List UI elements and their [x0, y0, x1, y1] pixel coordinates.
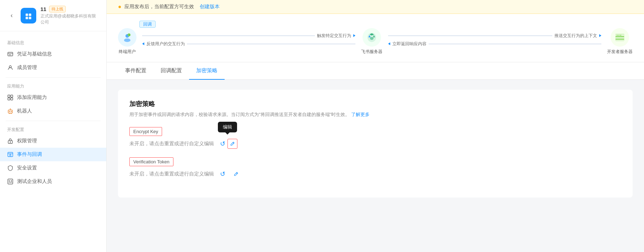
app-number: 11	[41, 6, 47, 12]
svg-point-33	[370, 37, 374, 40]
dev-server-icon	[611, 28, 629, 47]
svg-point-28	[11, 180, 12, 182]
credentials-icon	[7, 51, 14, 57]
arrow-label-4: 立即返回响应内容	[392, 41, 426, 47]
sidebar-item-add-capability-label: 添加应用能力	[17, 94, 47, 101]
svg-point-27	[9, 180, 10, 182]
sidebar-item-test-orgs-label: 测试企业和人员	[17, 178, 52, 185]
events-callback-icon	[7, 151, 14, 158]
sidebar-item-credentials-label: 凭证与基础信息	[17, 51, 52, 57]
sidebar-item-permissions[interactable]: 权限管理	[0, 134, 106, 148]
verification-token-block: Verification Token 未开启，请点击重置或进行自定义编辑 ↺	[129, 157, 621, 179]
encrypt-key-value-row: 未开启，请点击重置或进行自定义编辑 编辑 ↺	[129, 139, 621, 149]
tabs-area: 事件配置 回调配置 加密策略	[107, 62, 644, 80]
robot-icon	[7, 108, 14, 114]
section-desc: 用于加密事件或回调的请求内容，校验请求来源。当订阅方式为"将回调推送至开发者自建…	[129, 111, 621, 119]
nav-section-basics: 基础信息	[0, 37, 106, 47]
app-desc: 正式应用@成都晓多科技有限公司	[41, 13, 99, 25]
svg-rect-13	[8, 110, 12, 113]
content-area: 加密策略 用于加密事件或回调的请求内容，校验请求来源。当订阅方式为"将回调推送至…	[107, 80, 644, 252]
encrypt-key-reset-btn[interactable]: ↺	[218, 139, 227, 149]
svg-rect-4	[29, 17, 31, 19]
main-content: ● 应用发布后，当前配置方可生效 创建版本 回调 ♪	[107, 0, 644, 252]
arrow-label-1: 触发特定交互行为	[317, 33, 351, 39]
section-title: 加密策略	[129, 100, 621, 108]
arrow-label-3: 推送交互行为的上下文	[554, 33, 597, 39]
svg-rect-3	[26, 17, 28, 19]
sidebar-item-security-label: 安全设置	[17, 165, 37, 171]
svg-rect-26	[8, 179, 13, 184]
app-icon	[21, 8, 36, 23]
notification-link[interactable]: 创建版本	[200, 4, 220, 10]
dev-server-label: 开发者服务器	[607, 49, 633, 55]
encrypt-key-edit-btn[interactable]	[227, 139, 237, 149]
nav-divider-1	[6, 77, 101, 78]
encrypt-key-tooltip-container: 编辑 ↺	[218, 139, 237, 149]
svg-line-41	[236, 173, 237, 174]
notification-icon: ●	[118, 4, 122, 10]
svg-point-14	[9, 111, 10, 112]
svg-point-24	[10, 154, 11, 156]
sidebar-item-add-capability[interactable]: 添加应用能力	[0, 91, 106, 104]
svg-point-15	[11, 111, 12, 112]
encrypt-key-label: Encrypt Key	[129, 127, 162, 136]
sidebar-item-events-callback[interactable]: 事件与回调	[0, 148, 106, 161]
sidebar-nav: 基础信息 凭证与基础信息 成员管理	[0, 31, 106, 252]
svg-rect-39	[620, 35, 621, 36]
notification-text: 应用发布后，当前配置方可生效	[124, 4, 194, 10]
verification-token-value-row: 未开启，请点击重置或进行自定义编辑 ↺	[129, 169, 621, 179]
svg-point-17	[10, 109, 11, 109]
svg-rect-10	[11, 95, 13, 97]
sidebar-item-security[interactable]: 安全设置	[0, 161, 106, 175]
tab-callback-config[interactable]: 回调配置	[154, 62, 189, 80]
feishu-server-icon	[363, 28, 381, 47]
end-user-icon: ♪	[118, 28, 136, 47]
tab-encryption-strategy[interactable]: 加密策略	[189, 62, 225, 80]
app-info: 11 待上线 正式应用@成都晓多科技有限公司	[41, 6, 99, 25]
sidebar-item-members[interactable]: 成员管理	[0, 61, 106, 74]
tab-event-config[interactable]: 事件配置	[118, 62, 154, 80]
permissions-icon	[7, 138, 14, 144]
sidebar-item-test-orgs[interactable]: 测试企业和人员	[0, 175, 106, 188]
svg-rect-9	[8, 95, 10, 97]
sidebar-item-permissions-label: 权限管理	[17, 138, 37, 144]
arrow-label-2: 反馈用户的交互行为	[146, 41, 185, 47]
svg-rect-37	[617, 35, 618, 36]
nav-section-dev-config: 开发配置	[0, 124, 106, 134]
test-orgs-icon	[7, 178, 14, 185]
svg-rect-0	[23, 11, 33, 21]
add-capability-icon	[7, 94, 14, 101]
notification-bar: ● 应用发布后，当前配置方可生效 创建版本	[107, 0, 644, 14]
sidebar-header: ‹ 11 待上线 正式应用@成都晓多科技有限公司	[0, 0, 106, 31]
sidebar: ‹ 11 待上线 正式应用@成都晓多科技有限公司 基础信息	[0, 0, 107, 252]
sidebar-item-credentials[interactable]: 凭证与基础信息	[0, 47, 106, 61]
encrypt-key-block: Encrypt Key 未开启，请点击重置或进行自定义编辑 编辑 ↺	[129, 127, 621, 149]
verification-token-value: 未开启，请点击重置或进行自定义编辑	[129, 171, 214, 177]
tooltip-popup: 编辑	[218, 122, 237, 132]
end-user-label: 终端用户	[119, 49, 136, 55]
svg-rect-5	[8, 52, 13, 56]
sidebar-item-robot[interactable]: 机器人	[0, 104, 106, 118]
diagram-area: 回调 ♪ 终端用户	[107, 14, 644, 62]
sidebar-item-members-label: 成员管理	[17, 64, 37, 71]
learn-more-link[interactable]: 了解更多	[351, 112, 370, 117]
verification-token-edit-btn[interactable]	[231, 169, 241, 179]
svg-rect-2	[29, 14, 31, 16]
encrypt-key-value: 未开启，请点击重置或进行自定义编辑	[129, 141, 214, 147]
svg-rect-1	[26, 14, 28, 16]
callback-badge: 回调	[139, 21, 156, 28]
svg-rect-12	[11, 98, 13, 100]
svg-line-40	[233, 142, 234, 143]
svg-rect-38	[618, 35, 619, 36]
sidebar-item-robot-label: 机器人	[17, 108, 32, 114]
svg-text:♪: ♪	[128, 33, 129, 37]
verification-token-label: Verification Token	[129, 157, 173, 166]
nav-divider-2	[6, 121, 101, 121]
svg-rect-11	[8, 98, 10, 100]
svg-point-30	[124, 38, 130, 42]
sidebar-item-events-callback-label: 事件与回调	[17, 151, 42, 158]
feishu-server-label: 飞书服务器	[361, 49, 382, 55]
back-button[interactable]: ‹	[7, 11, 16, 21]
verification-token-reset-btn[interactable]: ↺	[218, 169, 227, 179]
members-icon	[7, 64, 14, 71]
